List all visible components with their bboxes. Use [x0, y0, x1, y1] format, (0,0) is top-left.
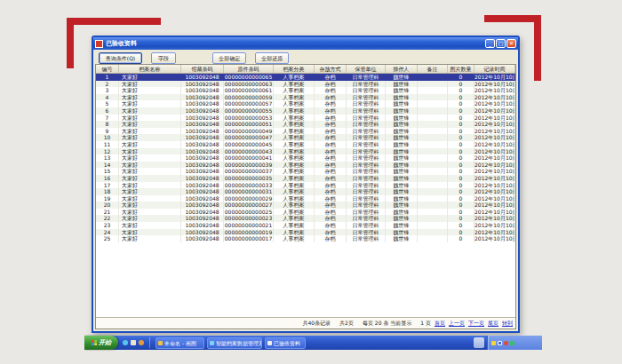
- table-row[interactable]: 7大家好100309204800000000000053人事档案存档日常管理科魏…: [96, 115, 515, 122]
- column-header[interactable]: 记录时间: [474, 65, 515, 73]
- table-row[interactable]: 22大家好100309204800000000000023人事档案存档日常管理科…: [96, 215, 515, 222]
- table-cell: 1003092048: [181, 81, 224, 88]
- ie-icon[interactable]: [123, 340, 128, 345]
- table-row[interactable]: 4大家好100309204800000000000059人事档案存档日常管理科魏…: [96, 94, 515, 101]
- table-cell: 魏世锋: [386, 141, 418, 148]
- table-row[interactable]: 2大家好100309204800000000000063人事档案存档日常管理科魏…: [96, 81, 515, 88]
- table-cell: 大家好: [119, 148, 181, 155]
- table-cell: 0: [448, 141, 474, 148]
- pagination-next-link[interactable]: 下一页: [468, 320, 484, 328]
- pagination-last-link[interactable]: 尾页: [488, 320, 498, 328]
- table-cell: 人事档案: [274, 94, 315, 101]
- table-cell: [418, 115, 448, 122]
- column-header[interactable]: 备注: [418, 65, 448, 73]
- pagination-prev-link[interactable]: 上一页: [449, 320, 465, 328]
- table-cell: 日常管理科: [347, 215, 386, 222]
- pagination-goto-link[interactable]: 转到: [502, 320, 513, 328]
- taskbar-task-accepted-records[interactable]: 已验收资料: [265, 337, 306, 349]
- table-cell: 存档: [315, 195, 347, 202]
- table-cell: 存档: [315, 115, 347, 122]
- query-conditions-button[interactable]: 查询条件(Q): [99, 52, 142, 64]
- maximize-button[interactable]: □: [496, 39, 506, 48]
- taskbar-task-archive-system[interactable]: 智能档案数据管理系统: [207, 337, 262, 349]
- table-cell: 11: [96, 141, 119, 148]
- taskbar-task-paint[interactable]: 未命名 - 画图: [156, 337, 204, 349]
- table-row[interactable]: 5大家好100309204800000000000057人事档案存档日常管理科魏…: [96, 100, 515, 107]
- table-row[interactable]: 13大家好100309204800000000000041人事档案存档日常管理科…: [96, 154, 515, 162]
- table-cell: 存档: [315, 168, 347, 175]
- column-header[interactable]: 原件条码: [224, 65, 274, 73]
- window-titlebar[interactable]: 已验收资料 _ □ ✕: [93, 37, 518, 50]
- table-cell: 日常管理科: [347, 209, 386, 216]
- table-cell: 00000000000059: [224, 94, 274, 101]
- table-cell: [418, 195, 448, 202]
- table-row[interactable]: 20大家好100309204800000000000027人事档案存档日常管理科…: [96, 202, 515, 209]
- table-cell: 2012年10月10日: [474, 195, 515, 202]
- table-cell: 日常管理科: [347, 81, 386, 88]
- column-header[interactable]: 编号: [96, 65, 119, 73]
- close-button[interactable]: ✕: [506, 39, 516, 48]
- document-icon: [267, 341, 272, 345]
- table-cell: 14: [96, 162, 119, 169]
- table-row[interactable]: 9大家好100309204800000000000049人事档案存档日常管理科魏…: [96, 128, 515, 135]
- table-cell: 2012年10月10日: [474, 74, 515, 81]
- column-header[interactable]: 馆藏条码: [181, 65, 224, 73]
- table-row[interactable]: 23大家好100309204800000000000021人事档案存档日常管理科…: [96, 222, 515, 229]
- table-cell: 魏世锋: [386, 148, 418, 155]
- table-cell: 2012年10月10日: [474, 94, 515, 101]
- table-row[interactable]: 12大家好100309204800000000000043人事档案存档日常管理科…: [96, 148, 515, 155]
- table-cell: 1003092048: [181, 115, 224, 122]
- table-row[interactable]: 15大家好100309204800000000000037人事档案存档日常管理科…: [96, 168, 515, 175]
- table-row[interactable]: 25大家好100309204800000000000017人事档案存档日常管理科…: [96, 235, 515, 242]
- table-cell: 00000000000021: [224, 222, 274, 229]
- table-cell: 0: [448, 100, 474, 107]
- table-row[interactable]: 18大家好100309204800000000000031人事档案存档日常管理科…: [96, 188, 515, 195]
- table-row[interactable]: 16大家好100309204800000000000035人事档案存档日常管理科…: [96, 175, 515, 182]
- table-row[interactable]: 6大家好100309204800000000000055人事档案存档日常管理科魏…: [96, 107, 515, 115]
- start-button[interactable]: 开始: [84, 336, 118, 350]
- minimize-button[interactable]: _: [485, 39, 495, 48]
- table-cell: 魏世锋: [386, 121, 418, 128]
- table-cell: 人事档案: [274, 175, 315, 182]
- messenger-icon[interactable]: [498, 341, 502, 345]
- table-cell: 魏世锋: [386, 182, 418, 189]
- table-row[interactable]: 19大家好100309204800000000000029人事档案存档日常管理科…: [96, 195, 515, 202]
- fields-button[interactable]: 字段(F): [151, 52, 176, 64]
- table-row[interactable]: 14大家好100309204800000000000039人事档案存档日常管理科…: [96, 162, 515, 169]
- table-row[interactable]: 3大家好100309204800000000000061人事档案存档日常管理科魏…: [96, 87, 515, 94]
- table-row[interactable]: 24大家好100309204800000000000019人事档案存档日常管理科…: [96, 229, 515, 236]
- table-row[interactable]: 8大家好100309204800000000000051人事档案存档日常管理科魏…: [96, 121, 515, 128]
- table-row[interactable]: 10大家好100309204800000000000047人事档案存档日常管理科…: [96, 134, 515, 141]
- table-cell: 存档: [315, 182, 347, 189]
- volume-icon[interactable]: [491, 341, 496, 345]
- pagination-per-page: 每页 20 条 当前显示: [363, 320, 411, 328]
- table-cell: 1003092048: [181, 175, 224, 182]
- table-header: 编号档案名称馆藏条码原件条码档案分类存放方式保管单位操作人备注图片数量记录时间: [96, 65, 515, 74]
- column-header[interactable]: 保管单位: [347, 65, 386, 73]
- column-header[interactable]: 档案分类: [274, 65, 315, 73]
- table-cell: [418, 134, 448, 141]
- media-player-icon[interactable]: [139, 340, 144, 345]
- table-row[interactable]: 21大家好100309204800000000000025人事档案存档日常管理科…: [96, 209, 515, 216]
- app-icon: [95, 40, 103, 48]
- table-row[interactable]: 17大家好100309204800000000000033人事档案存档日常管理科…: [96, 182, 515, 189]
- column-header[interactable]: 图片数量: [448, 65, 474, 73]
- table-row[interactable]: 11大家好100309204800000000000045人事档案存档日常管理科…: [96, 141, 515, 148]
- table-cell: 2012年10月10日: [474, 134, 515, 141]
- taskbar-mini-button[interactable]: [474, 337, 484, 348]
- pagination-first-link[interactable]: 首页: [435, 320, 445, 328]
- confirm-all-button[interactable]: 全部确定: [212, 52, 246, 64]
- table-row[interactable]: 1大家好100309204800000000000065人事档案存档日常管理科魏…: [96, 74, 515, 81]
- table-cell: 00000000000063: [224, 81, 274, 88]
- antivirus-icon[interactable]: [504, 341, 508, 345]
- table-cell: 2012年10月10日: [474, 115, 515, 122]
- restore-all-button[interactable]: 全部还原: [255, 52, 289, 64]
- table-cell: 魏世锋: [386, 195, 418, 202]
- show-desktop-icon[interactable]: [131, 340, 136, 345]
- column-header[interactable]: 操作人: [386, 65, 418, 73]
- table-cell: [418, 81, 448, 88]
- column-header[interactable]: 存放方式: [315, 65, 347, 73]
- network-icon[interactable]: [510, 341, 514, 345]
- table-cell: 16: [96, 175, 119, 182]
- column-header[interactable]: 档案名称: [119, 65, 181, 73]
